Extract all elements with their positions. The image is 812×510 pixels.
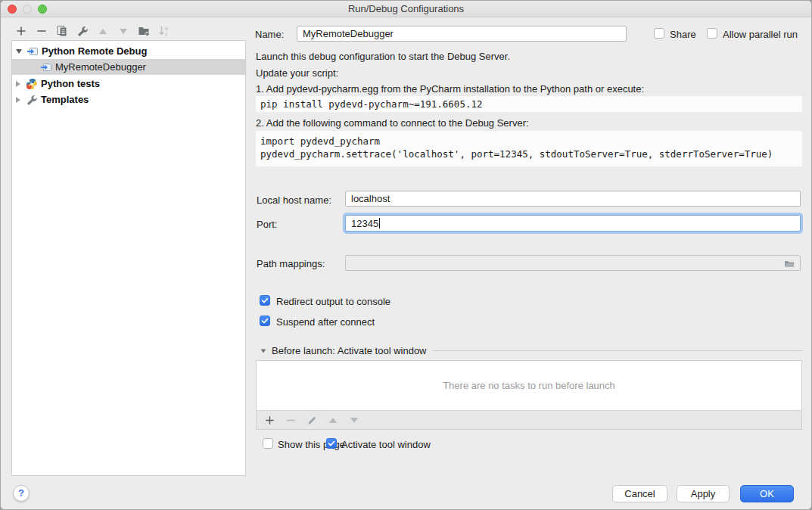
- local-host-name-label: Local host name:: [257, 194, 331, 206]
- share-checkbox[interactable]: [654, 28, 664, 39]
- remote-debug-config-icon: [40, 61, 52, 73]
- show-this-page-checkbox[interactable]: [263, 438, 273, 449]
- step1-text: 1. Add pydevd-pycharm.egg from the PyCha…: [256, 83, 644, 95]
- update-script-text: Update your script:: [256, 67, 338, 79]
- run-debug-configurations-dialog: Run/Debug Configurations: [0, 0, 812, 510]
- port-label: Port:: [257, 219, 277, 230]
- configurations-toolbar: a z: [15, 25, 170, 37]
- chevron-right-icon[interactable]: [16, 81, 20, 87]
- close-window-icon[interactable]: [8, 5, 17, 14]
- activate-tool-window-checkbox[interactable]: [326, 438, 337, 449]
- minimize-window-icon: [23, 5, 32, 14]
- suspend-after-connect-checkbox[interactable]: [260, 316, 270, 326]
- tree-item-label: Python tests: [41, 78, 100, 89]
- window-title: Run/Debug Configurations: [1, 1, 811, 17]
- port-input[interactable]: 12345: [345, 215, 801, 232]
- svg-text:a: a: [165, 26, 168, 31]
- svg-text:z: z: [165, 32, 168, 37]
- remove-icon[interactable]: [36, 25, 48, 37]
- name-label: Name:: [255, 29, 284, 40]
- browse-folder-icon[interactable]: [783, 257, 795, 269]
- settrace-code-line2: pydevd_pycharm.settrace('localhost', por…: [260, 148, 802, 160]
- settrace-code[interactable]: import pydevd_pycharm pydevd_pycharm.set…: [256, 131, 802, 166]
- tree-item-python-remote-debug[interactable]: Python Remote Debug: [12, 43, 245, 59]
- before-launch-section-header[interactable]: Before launch: Activate tool window: [256, 345, 802, 356]
- intro-text: Launch this debug configuration to start…: [256, 51, 510, 62]
- activate-tool-window-label: Activate tool window: [341, 439, 431, 450]
- configurations-tree: Python Remote Debug MyRemoteDebugger: [11, 40, 246, 476]
- before-launch-tasks-panel: There are no tasks to run before launch: [256, 360, 802, 430]
- new-folder-icon[interactable]: [138, 25, 150, 37]
- sort-alphabetically-icon: a z: [158, 25, 170, 37]
- move-up-icon: [97, 25, 109, 37]
- collapse-section-icon[interactable]: [261, 349, 266, 353]
- tree-item-label: Templates: [41, 94, 89, 105]
- copy-configuration-icon[interactable]: [56, 25, 68, 37]
- add-icon[interactable]: [15, 25, 27, 37]
- chevron-down-icon[interactable]: [16, 49, 22, 54]
- allow-parallel-run-checkbox[interactable]: [707, 28, 717, 39]
- ok-button[interactable]: OK: [740, 485, 794, 502]
- tree-item-label: MyRemoteDebugger: [55, 61, 146, 73]
- chevron-right-icon[interactable]: [16, 97, 20, 103]
- settrace-code-line1: import pydevd_pycharm: [260, 135, 802, 148]
- section-divider: [433, 350, 802, 351]
- cancel-button[interactable]: Cancel: [612, 485, 667, 502]
- apply-button[interactable]: Apply: [677, 485, 730, 502]
- edit-task-pencil-icon: [306, 414, 318, 426]
- redirect-output-label: Redirect output to console: [276, 296, 390, 307]
- remove-task-icon: [285, 414, 297, 426]
- redirect-output-checkbox[interactable]: [260, 295, 270, 306]
- tree-item-templates[interactable]: Templates: [12, 92, 245, 107]
- text-caret: [379, 218, 380, 229]
- title-bar[interactable]: Run/Debug Configurations: [1, 1, 811, 17]
- tasks-toolbar: [257, 410, 801, 429]
- pip-install-code[interactable]: pip install pydevd-pycharm~=191.6605.12: [256, 96, 802, 112]
- path-mappings-input[interactable]: [345, 255, 801, 271]
- move-task-up-icon: [327, 414, 339, 426]
- tree-item-python-tests[interactable]: Python tests: [12, 76, 245, 92]
- zoom-window-icon[interactable]: [38, 5, 47, 14]
- tree-item-myremotedebugger[interactable]: MyRemoteDebugger: [12, 59, 245, 75]
- help-button[interactable]: ?: [13, 485, 30, 502]
- step2-text: 2. Add the following command to connect …: [256, 117, 529, 129]
- tree-item-label: Python Remote Debug: [42, 45, 147, 57]
- path-mappings-label: Path mappings:: [257, 258, 325, 269]
- edit-templates-wrench-icon[interactable]: [76, 25, 89, 37]
- move-down-icon: [117, 25, 129, 37]
- local-host-name-input[interactable]: [345, 191, 801, 207]
- before-launch-label: Before launch: Activate tool window: [272, 345, 427, 356]
- allow-parallel-run-label: Allow parallel run: [723, 29, 798, 40]
- no-tasks-message: There are no tasks to run before launch: [257, 361, 801, 410]
- python-tests-icon: [26, 78, 38, 90]
- port-value: 12345: [351, 218, 378, 229]
- templates-wrench-icon: [26, 94, 38, 106]
- remote-debug-config-icon: [26, 45, 39, 58]
- move-task-down-icon: [348, 414, 360, 426]
- add-task-icon[interactable]: [263, 414, 275, 426]
- suspend-after-connect-label: Suspend after connect: [276, 316, 375, 328]
- name-input[interactable]: [297, 26, 627, 42]
- share-label: Share: [670, 29, 696, 40]
